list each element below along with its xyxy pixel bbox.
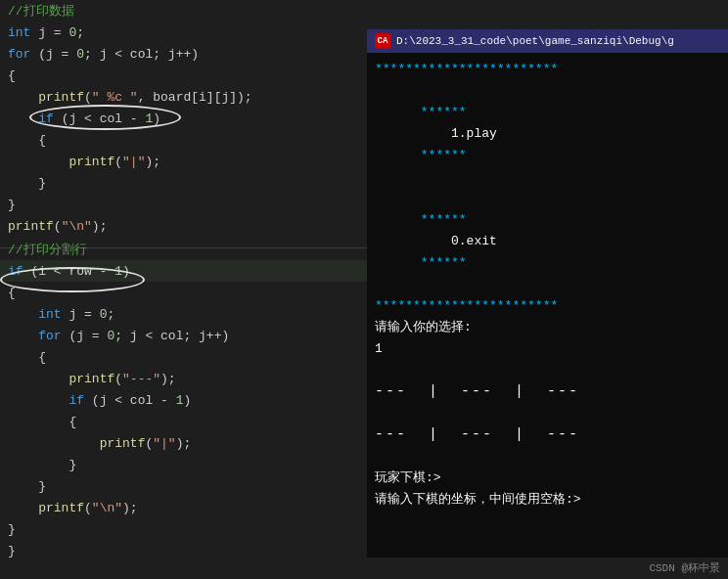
code-line-3: for (j = 0 ; j < col; j++): [0, 43, 367, 65]
editor-panel: //打印数据 int j = 0 ; for (j = 0 ; j < col;…: [0, 0, 367, 557]
terminal-line-7: [375, 360, 720, 381]
code-string: "\n": [62, 219, 92, 234]
code-line-8: printf ( "|" );: [0, 151, 367, 172]
code-num: 0: [100, 307, 108, 322]
terminal-line-2: ****** 1.play ******: [375, 80, 720, 188]
code-line-9: }: [0, 172, 367, 194]
code-text: ): [183, 393, 191, 408]
watermark: CSDN @杯中景: [649, 560, 720, 575]
code-func: printf: [38, 90, 84, 105]
terminal-icon-text: CA: [378, 36, 388, 46]
code-num: 1: [114, 264, 122, 279]
code-keyword: if: [68, 393, 84, 408]
code-func: printf: [38, 501, 84, 515]
code-indent: [8, 133, 38, 148]
code-keyword: int: [8, 25, 30, 40]
code-text: {: [38, 133, 46, 148]
terminal-line-4: ************************: [375, 295, 720, 317]
code-line-23: }: [0, 475, 367, 497]
code-text: (: [54, 219, 62, 234]
code-line-14: {: [0, 282, 367, 303]
terminal-board-2: --- | --- | ---: [375, 424, 720, 446]
code-text: (: [84, 501, 92, 515]
terminal-line-5: 请输入你的选择:: [375, 317, 720, 338]
code-text: ;: [107, 307, 114, 322]
code-line-20: {: [0, 411, 367, 432]
terminal-panel: CA D:\2023_3_31_code\poet\game_sanziqi\D…: [367, 29, 728, 557]
terminal-line-8: [375, 403, 720, 424]
code-indent: [8, 176, 38, 191]
code-text: }: [38, 479, 46, 494]
terminal-titlebar: CA D:\2023_3_31_code\poet\game_sanziqi\D…: [367, 29, 728, 53]
code-keyword: for: [38, 329, 61, 343]
code-text: ; j < col; j++): [114, 329, 229, 343]
code-keyword: if: [8, 264, 23, 279]
code-indent: [8, 479, 38, 494]
code-func: printf: [68, 372, 114, 386]
code-line-15: int j = 0 ;: [0, 303, 367, 325]
code-text: }: [68, 458, 76, 472]
code-line-16: for (j = 0 ; j < col; j++): [0, 325, 367, 346]
code-text: (: [114, 155, 122, 169]
code-text: ;: [76, 25, 84, 40]
terminal-stars-2: ******: [421, 105, 467, 119]
terminal-line-10: 玩家下棋:>: [375, 468, 720, 489]
code-text: //打印数据: [8, 2, 74, 20]
code-line-7: {: [0, 129, 367, 151]
terminal-menu-1: 1.play: [421, 126, 520, 141]
code-text: (: [84, 90, 92, 105]
code-indent: [8, 458, 68, 472]
code-keyword: int: [38, 307, 61, 322]
code-func: printf: [8, 219, 54, 234]
terminal-line-1: ************************: [375, 59, 720, 80]
code-string: "|": [153, 436, 175, 451]
terminal-line-6: 1: [375, 338, 720, 360]
code-string: "\n": [92, 501, 122, 515]
terminal-title: D:\2023_3_31_code\poet\game_sanziqi\Debu…: [396, 35, 674, 47]
code-text: (j < col -: [84, 393, 176, 408]
code-func: printf: [68, 155, 114, 169]
code-text: );: [160, 372, 176, 386]
code-comment: //打印分割行: [8, 241, 87, 258]
code-text: (i < row -: [23, 264, 115, 279]
code-line-11: printf ( "\n" );: [0, 215, 367, 237]
code-keyword: if: [38, 111, 54, 126]
code-string: "|": [122, 155, 145, 169]
code-line-13: if (i < row - 1 ): [0, 260, 367, 282]
code-indent: [8, 111, 38, 126]
code-text: {: [38, 350, 46, 365]
code-line-19: if (j < col - 1 ): [0, 389, 367, 411]
code-indent: [8, 436, 100, 451]
code-line-22: }: [0, 454, 367, 475]
code-line-1: //打印数据: [0, 0, 367, 22]
code-line-2: int j = 0 ;: [0, 22, 367, 43]
code-text: {: [68, 415, 76, 429]
terminal-line-11: 请输入下棋的坐标，中间使用空格:>: [375, 489, 720, 511]
code-text: ): [153, 111, 160, 126]
code-line-17: {: [0, 346, 367, 368]
code-indent: [8, 307, 38, 322]
terminal-line-3: ****** 0.exit ******: [375, 188, 720, 295]
code-text: , board[i][j]);: [138, 90, 252, 105]
code-text: );: [92, 219, 108, 234]
code-string: " %c ": [92, 90, 138, 105]
code-indent: [8, 415, 68, 429]
code-line-5: printf ( " %c " , board[i][j]);: [0, 86, 367, 108]
code-text: ; j < col; j++): [84, 47, 199, 62]
terminal-stars-4: ******: [421, 212, 467, 227]
code-text: );: [122, 501, 138, 515]
code-text: );: [176, 436, 192, 451]
code-text: }: [8, 198, 16, 212]
code-line-26: }: [0, 540, 367, 557]
code-text: (j =: [62, 329, 108, 343]
code-indent: [8, 329, 38, 343]
code-indent: [8, 372, 68, 386]
code-text: j =: [62, 307, 100, 322]
code-line-24: printf ( "\n" );: [0, 497, 367, 518]
code-text: (j < col -: [54, 111, 146, 126]
code-func: printf: [100, 436, 146, 451]
code-line-21: printf ( "|" );: [0, 432, 367, 454]
terminal-menu-2: 0.exit: [421, 234, 520, 248]
terminal-content: ************************ ****** 1.play *…: [367, 53, 728, 516]
terminal-stars-3: ******: [421, 148, 467, 162]
